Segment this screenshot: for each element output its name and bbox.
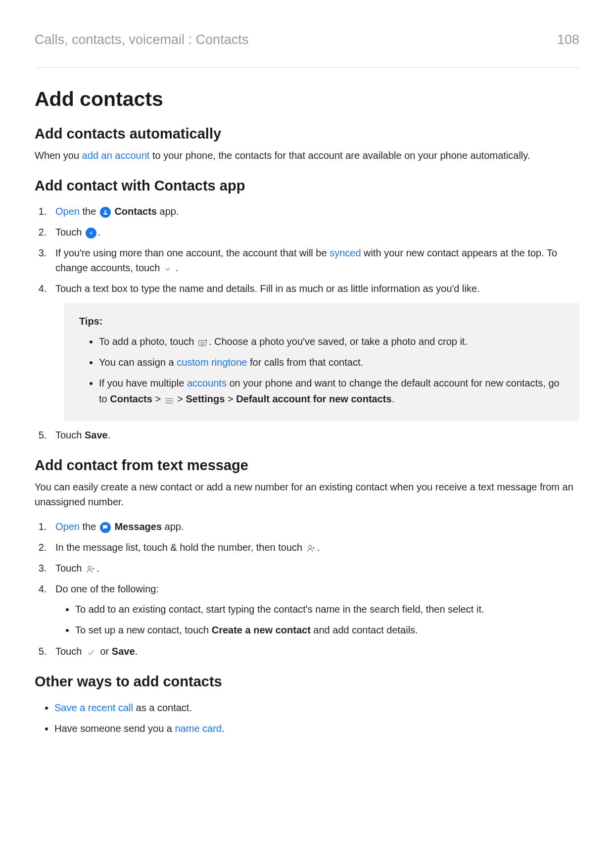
msg-step-2: In the message list, touch & hold the nu… [49, 540, 579, 555]
msg-step-4-opt1: To add to an existing contact, start typ… [75, 601, 579, 617]
msg-intro: You can easily create a new contact or a… [35, 480, 579, 509]
open-link[interactable]: Open [55, 206, 80, 217]
msg-step-5: Touch or Save. [49, 644, 579, 659]
add-photo-icon [198, 338, 208, 347]
hamburger-icon [165, 397, 174, 404]
save-recent-call-link[interactable]: Save a recent call [54, 702, 133, 713]
svg-point-6 [309, 545, 312, 548]
msg-step-4: Do one of the following: To add to an ex… [49, 581, 579, 638]
auto-paragraph: When you add an account to your phone, t… [35, 148, 579, 163]
tips-list: To add a photo, touch . Choose a photo y… [75, 334, 568, 407]
msg-steps: Open the Messages app. In the message li… [35, 519, 579, 659]
name-card-link[interactable]: name card [175, 723, 222, 734]
page-header: Calls, contacts, voicemail : Contacts 10… [35, 32, 579, 68]
svg-point-7 [88, 566, 91, 569]
section-heading-other: Other ways to add contacts [35, 674, 579, 690]
checkmark-icon [86, 648, 96, 657]
accounts-link[interactable]: accounts [187, 378, 227, 388]
section-heading-app: Add contact with Contacts app [35, 178, 579, 194]
custom-ringtone-link[interactable]: custom ringtone [177, 357, 247, 368]
app-step-3: If you're using more than one account, t… [49, 245, 579, 275]
app-step-5: Touch Save. [49, 428, 579, 442]
app-step-1: Open the Contacts app. [49, 204, 579, 219]
app-step-2: Touch . [49, 225, 579, 240]
svg-point-2 [201, 342, 204, 345]
msg-step-3: Touch . [49, 561, 579, 576]
person-add-icon [306, 544, 316, 553]
contacts-app-icon [100, 207, 111, 218]
help-page: Calls, contacts, voicemail : Contacts 10… [0, 0, 614, 868]
messages-app-icon [100, 522, 111, 533]
chevron-down-icon [164, 265, 172, 273]
open-link-2[interactable]: Open [55, 521, 80, 532]
other-item-2: Have someone send you a name card. [54, 721, 579, 736]
tip-default-account: If you have multiple accounts on your ph… [99, 375, 568, 407]
person-add-icon-2 [86, 565, 95, 574]
msg-step-4-options: To add to an existing contact, start typ… [55, 601, 579, 638]
page-title: Add contacts [35, 88, 579, 111]
section-heading-auto: Add contacts automatically [35, 126, 579, 142]
tips-title: Tips: [79, 314, 568, 329]
msg-step-4-opt2: To set up a new contact, touch Create a … [75, 622, 579, 638]
other-list: Save a recent call as a contact. Have so… [35, 700, 579, 736]
section-heading-msg: Add contact from text message [35, 457, 579, 474]
app-steps: Open the Contacts app. Touch . If you're… [35, 204, 579, 442]
msg-step-1: Open the Messages app. [49, 519, 579, 534]
page-number: 108 [557, 32, 579, 48]
app-step-4: Touch a text box to type the name and de… [49, 281, 579, 296]
tips-box: Tips: To add a photo, touch . Choose a p… [64, 303, 579, 421]
breadcrumb: Calls, contacts, voicemail : Contacts [35, 32, 248, 48]
synced-link[interactable]: synced [330, 247, 361, 258]
tip-photo: To add a photo, touch . Choose a photo y… [99, 334, 568, 349]
svg-point-0 [104, 210, 106, 212]
add-contact-fab-icon [86, 228, 96, 239]
other-item-1: Save a recent call as a contact. [54, 700, 579, 716]
add-account-link[interactable]: add an account [82, 150, 150, 161]
tip-ringtone: You can assign a custom ringtone for cal… [99, 354, 568, 370]
